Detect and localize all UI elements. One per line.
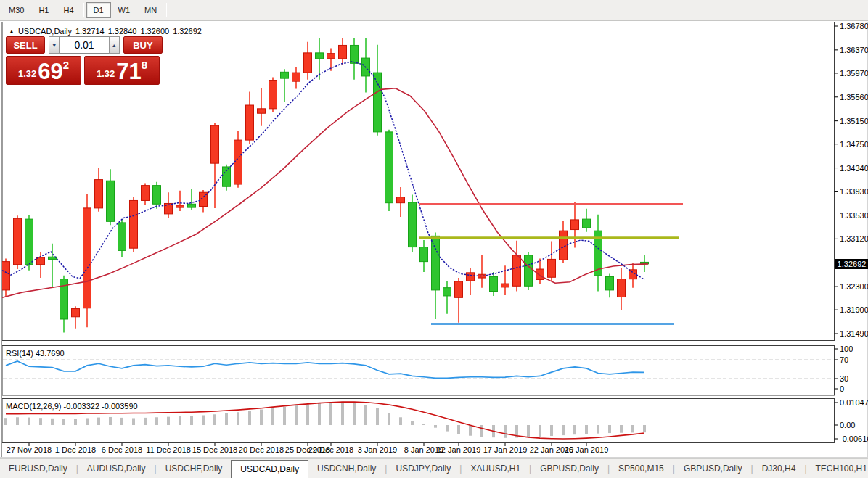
buy-price-display[interactable]: 1.32 71 8 <box>84 56 160 85</box>
date-axis-label: 17 Jan 2019 <box>483 445 528 454</box>
date-axis-label: 26 Jan 2019 <box>565 445 609 454</box>
buy-price-prefix: 1.32 <box>97 68 115 79</box>
rsi-line <box>6 361 644 378</box>
date-axis-label: 27 Nov 2018 <box>7 445 52 454</box>
price-axis-label: 1.34340 <box>840 164 868 173</box>
one-click-trading-panel: SELL ▼ 0.01 ▲ BUY 1.32 69 2 1.32 71 8 <box>6 36 163 85</box>
price-axis-label: 1.36780 <box>840 22 868 30</box>
price-axis-label: 1.35560 <box>840 93 868 102</box>
macd-label: MACD(12,26,9) -0.003322 -0.003590 <box>6 402 138 411</box>
sell-price-prefix: 1.32 <box>18 68 36 79</box>
rsi-scale-label: 30 <box>840 374 848 383</box>
sell-price-pipette: 2 <box>63 59 69 71</box>
date-axis-label: 15 Dec 2018 <box>192 445 237 454</box>
date-axis-label: 29 Dec 2018 <box>308 445 353 454</box>
timeframe-button-m30[interactable]: M30 <box>1 2 31 18</box>
chart-tab-audusd-daily[interactable]: AUDUSD,Daily <box>78 459 155 478</box>
sell-button[interactable]: SELL <box>6 36 45 54</box>
low-value: 1.32600 <box>140 27 169 36</box>
toolbar-separator <box>83 3 84 17</box>
price-axis-label: 1.31490 <box>840 329 868 338</box>
timeframe-button-d1[interactable]: D1 <box>86 2 111 18</box>
volume-input[interactable]: 0.01 <box>60 36 108 54</box>
chart-tab-usdjpy-daily[interactable]: USDJPY,Daily <box>387 459 459 478</box>
chart-tab-sp500-m15[interactable]: SP500,M15 <box>610 459 673 478</box>
timeframe-button-w1[interactable]: W1 <box>111 2 138 18</box>
symbol-tab-bar: EURUSD,Daily|AUDUSD,Daily|USDCHF,DailyUS… <box>0 458 868 478</box>
chart-tab-tech100-h1[interactable]: TECH100,H1 <box>807 459 868 478</box>
rsi-scale-label: 100 <box>840 345 853 353</box>
price-axis-label: 1.34750 <box>840 140 868 149</box>
date-axis-label: 12 Jan 2019 <box>437 445 481 454</box>
chart-tab-gbpusd-daily[interactable]: GBPUSD,Daily <box>675 459 751 478</box>
timeframe-toolbar: M30H1H4D1W1MN <box>0 0 868 21</box>
chart-tab-eurusd-daily[interactable]: EURUSD,Daily <box>0 459 76 478</box>
open-value: 1.32714 <box>75 27 105 36</box>
price-axis-label: 1.36370 <box>840 46 868 54</box>
chart-tab-gbpusd-daily[interactable]: GBPUSD,Daily <box>531 459 607 478</box>
chart-tab-xauusd-h1[interactable]: XAUUSD,H1 <box>462 459 529 478</box>
rsi-label: RSI(14) 43.7690 <box>6 349 65 358</box>
chart-tab-dj30-h4[interactable]: DJ30,H4 <box>753 459 805 478</box>
volume-decrease-button[interactable]: ▼ <box>49 36 60 54</box>
timeframe-button-mn[interactable]: MN <box>137 2 164 18</box>
price-chart-canvas[interactable] <box>0 22 868 458</box>
macd-scale-label: 0.010471 <box>840 398 868 407</box>
mt4-terminal: M30H1H4D1W1MN ▲ USDCAD,Daily 1.32714 1.3… <box>0 0 868 478</box>
chart-tab-usdcad-daily[interactable]: USDCAD,Daily <box>231 460 308 478</box>
chart-tab-usdchf-daily[interactable]: USDCHF,Daily <box>157 459 232 478</box>
spinner-down-icon: ▼ <box>52 43 57 48</box>
price-axis-label: 1.33930 <box>840 187 868 196</box>
chart-window[interactable]: ▲ USDCAD,Daily 1.32714 1.32840 1.32600 1… <box>0 22 868 458</box>
buy-price-big-digits: 71 <box>116 61 141 82</box>
sell-price-big-digits: 69 <box>38 61 62 82</box>
sell-price-display[interactable]: 1.32 69 2 <box>6 56 81 85</box>
macd-scale-label: 0.00 <box>840 421 855 429</box>
price-axis-label: 1.32300 <box>840 282 868 291</box>
high-value: 1.32840 <box>108 27 137 36</box>
current-price-tag: 1.32692 <box>835 259 868 269</box>
collapse-triangle-icon[interactable]: ▲ <box>9 28 15 35</box>
date-axis-label: 6 Dec 2018 <box>102 445 142 454</box>
buy-price-pipette: 8 <box>142 59 147 71</box>
close-value: 1.32692 <box>173 27 202 36</box>
price-axis-label: 1.35970 <box>840 69 868 78</box>
toolbar-separator <box>166 3 167 17</box>
price-axis-label: 1.31900 <box>840 305 868 314</box>
symbol-label: USDCAD,Daily <box>18 27 72 36</box>
date-axis-label: 3 Jan 2019 <box>358 445 397 454</box>
macd-scale-label: -0.006164 <box>840 434 868 443</box>
chart-title: ▲ USDCAD,Daily 1.32714 1.32840 1.32600 1… <box>9 27 202 36</box>
chart-tab-usdcnh-daily[interactable]: USDCNH,Daily <box>308 459 385 478</box>
spinner-up-icon: ▲ <box>112 43 117 48</box>
buy-button[interactable]: BUY <box>123 36 163 54</box>
rsi-scale-label: 0 <box>840 384 844 393</box>
timeframe-button-h4[interactable]: H4 <box>56 2 81 18</box>
volume-increase-button[interactable]: ▲ <box>109 36 120 54</box>
date-axis-label: 11 Dec 2018 <box>146 445 191 454</box>
date-axis-label: 20 Dec 2018 <box>239 445 284 454</box>
price-axis-label: 1.35150 <box>840 117 868 125</box>
price-axis-label: 1.33120 <box>840 234 868 243</box>
timeframe-button-h1[interactable]: H1 <box>31 2 56 18</box>
rsi-scale-label: 70 <box>840 355 848 364</box>
date-axis-label: 1 Dec 2018 <box>55 445 96 454</box>
price-axis-label: 1.33530 <box>840 211 868 220</box>
